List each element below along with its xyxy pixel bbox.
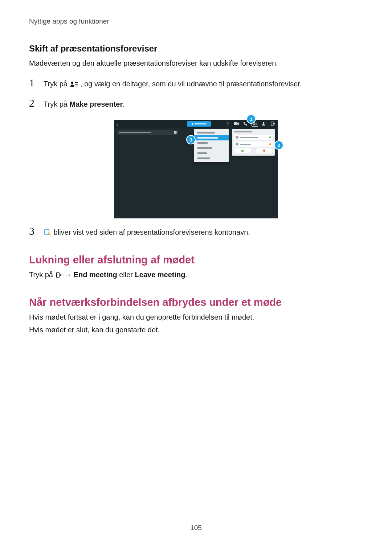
panel-button <box>256 148 273 153</box>
svg-rect-16 <box>45 229 49 235</box>
callout-3: 3 <box>187 136 195 144</box>
svg-point-4 <box>228 122 229 123</box>
bold-label: Make presenter <box>70 100 123 108</box>
svg-point-12 <box>263 122 264 124</box>
menu-item <box>194 156 229 161</box>
svg-rect-7 <box>234 122 237 125</box>
svg-rect-11 <box>256 124 257 125</box>
step-number: 3 <box>29 225 38 237</box>
step-text: bliver vist ved siden af præsentationsfo… <box>44 227 250 239</box>
menu-item <box>194 130 229 135</box>
app-screenshot: ‹ <box>114 120 278 218</box>
text-fragment: → <box>64 271 74 279</box>
text-fragment: eller <box>117 271 135 279</box>
bold-label: End meeting <box>74 271 117 279</box>
context-menu <box>194 129 229 162</box>
svg-point-0 <box>71 82 73 84</box>
svg-rect-2 <box>75 84 78 85</box>
paragraph: Hvis mødet fortsat er i gang, kan du gen… <box>29 312 363 323</box>
svg-rect-19 <box>57 273 59 277</box>
menu-item <box>194 140 229 145</box>
page-number: 105 <box>29 524 363 532</box>
chevron-left-icon: ‹ <box>117 122 118 127</box>
running-head: Nyttige apps og funktioner <box>29 17 363 25</box>
numbered-steps-continued: 3 bliver vist ved siden af præsentations… <box>29 225 363 239</box>
svg-point-6 <box>228 125 229 126</box>
exit-icon <box>270 121 275 126</box>
text-fragment: Tryk på <box>44 100 70 108</box>
text-fragment: , og vælg en deltager, som du vil udnævn… <box>80 80 302 88</box>
svg-rect-9 <box>256 123 257 123</box>
section-heading: Når netværksforbindelsen afbrydes under … <box>29 296 363 308</box>
step-1: 1 Tryk på , og vælg en deltager, som du … <box>29 77 363 90</box>
svg-point-5 <box>228 123 229 124</box>
paragraph: Hvis mødet er slut, kan du genstarte det… <box>29 325 363 335</box>
svg-point-8 <box>253 122 255 124</box>
overflow-menu-icon <box>225 121 230 126</box>
svg-point-17 <box>48 233 49 234</box>
add-person-icon <box>262 121 267 126</box>
videocam-icon <box>234 121 239 126</box>
svg-rect-14 <box>266 122 266 123</box>
menu-item <box>194 151 229 156</box>
step-number: 1 <box>29 77 38 89</box>
svg-rect-15 <box>271 122 273 126</box>
participants-panel <box>232 129 275 156</box>
step-text: Tryk på Make presenter. <box>44 99 125 110</box>
call-icon <box>243 121 248 126</box>
svg-rect-1 <box>75 82 78 83</box>
text-fragment: Tryk på <box>44 80 70 88</box>
left-margin-rule <box>19 0 19 15</box>
share-screen-button <box>187 121 211 127</box>
section-heading: Lukning eller afslutning af mødet <box>29 254 363 266</box>
svg-rect-10 <box>256 124 257 124</box>
text-fragment: . <box>123 100 125 108</box>
panel-button <box>234 148 251 153</box>
exit-door-icon <box>56 271 62 281</box>
status-dot-icon <box>269 143 271 145</box>
step-text: Tryk på , og vælg en deltager, som du vi… <box>44 79 302 90</box>
step-number: 2 <box>29 97 38 109</box>
subsection-heading: Skift af præsentationsforeviser <box>29 44 363 54</box>
status-dot-icon <box>269 136 271 138</box>
step-2: 2 Tryk på Make presenter. <box>29 97 363 110</box>
svg-rect-3 <box>75 86 78 86</box>
step-3: 3 bliver vist ved siden af præsentations… <box>29 225 363 239</box>
bold-label: Leave meeting <box>135 271 185 279</box>
menu-item <box>194 145 229 151</box>
intro-paragraph: Mødeværten og den aktuelle præsentations… <box>29 58 363 69</box>
participant-row <box>234 135 273 140</box>
text-fragment: bliver vist ved siden af præsentationsfo… <box>54 228 250 236</box>
text-fragment: Tryk på <box>29 271 55 279</box>
callout-1: 1 <box>247 115 255 123</box>
text-fragment: . <box>185 271 188 279</box>
menu-item-make-presenter <box>194 135 229 140</box>
callout-2: 2 <box>275 141 283 149</box>
participants-list-icon <box>70 80 78 90</box>
meeting-tab-chip <box>117 130 178 135</box>
presenter-badge-icon <box>44 228 51 239</box>
numbered-steps: 1 Tryk på , og vælg en deltager, som du … <box>29 77 363 110</box>
participant-row <box>234 141 273 147</box>
paragraph: Tryk på → End meeting eller Leave meetin… <box>29 270 363 281</box>
figure-container: ‹ <box>29 120 363 218</box>
